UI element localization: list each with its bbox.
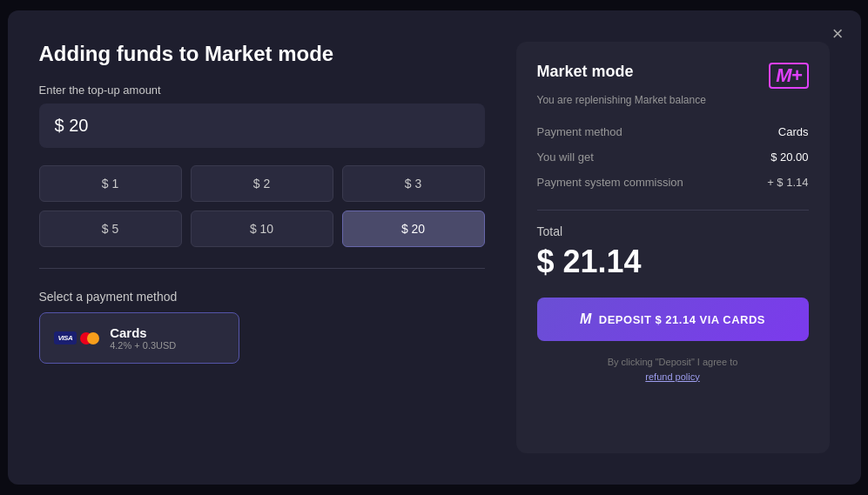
terms-line1: By clicking "Deposit" I agree to (608, 357, 738, 367)
deposit-button[interactable]: M DEPOSIT $ 21.14 VIA CARDS (537, 298, 809, 341)
modal-title: Adding funds to Market mode (39, 42, 485, 66)
preset-button-5[interactable]: $ 5 (39, 211, 182, 247)
you-will-get-label: You will get (537, 151, 594, 164)
deposit-button-icon: M (580, 311, 592, 327)
market-mode-title: Market mode (537, 63, 634, 81)
divider (39, 268, 485, 269)
refund-policy-link[interactable]: refund policy (645, 371, 699, 382)
preset-button-10[interactable]: $ 10 (191, 211, 333, 247)
commission-row: Payment system commission + $ 1.14 (537, 176, 809, 189)
amount-section-label: Enter the top-up amount (39, 84, 485, 97)
commission-label: Payment system commission (537, 176, 683, 189)
mastercard-icon (80, 332, 99, 344)
right-panel: Market mode M+ You are replenishing Mark… (516, 42, 830, 453)
payment-info: Cards 4.2% + 0.3USD (110, 325, 176, 351)
total-label: Total (537, 224, 809, 238)
modal: × Adding funds to Market mode Enter the … (8, 10, 861, 485)
preset-button-1[interactable]: $ 1 (39, 165, 182, 202)
preset-button-20[interactable]: $ 20 (342, 211, 485, 247)
payment-name: Cards (110, 325, 176, 340)
terms-text: By clicking "Deposit" I agree to refund … (537, 355, 809, 384)
market-subtitle: You are replenishing Market balance (537, 94, 809, 106)
commission-value: + $ 1.14 (767, 176, 808, 189)
preset-button-3[interactable]: $ 3 (342, 165, 485, 202)
payment-section-label: Select a payment method (39, 290, 485, 304)
amount-section: Enter the top-up amount (39, 84, 485, 148)
you-will-get-value: $ 20.00 (770, 151, 808, 164)
right-header: Market mode M+ (537, 63, 809, 89)
amount-input[interactable] (55, 116, 469, 136)
modal-overlay: × Adding funds to Market mode Enter the … (0, 0, 868, 495)
payment-fee: 4.2% + 0.3USD (110, 340, 176, 351)
payment-section: Select a payment method VISA Cards 4.2% … (39, 290, 485, 364)
mc-circle-orange (87, 332, 99, 344)
close-button[interactable]: × (832, 24, 844, 43)
left-panel: Adding funds to Market mode Enter the to… (39, 42, 485, 453)
visa-icon: VISA (54, 331, 77, 344)
preset-grid: $ 1 $ 2 $ 3 $ 5 $ 10 $ 20 (39, 165, 485, 247)
amount-input-wrapper[interactable] (39, 104, 485, 148)
preset-button-2[interactable]: $ 2 (191, 165, 333, 202)
market-logo: M+ (769, 63, 808, 89)
payment-method-row: Payment method Cards (537, 125, 809, 138)
you-will-get-row: You will get $ 20.00 (537, 151, 809, 164)
card-icons: VISA (54, 331, 100, 344)
payment-method-value: Cards (778, 125, 809, 138)
deposit-button-label: DEPOSIT $ 21.14 VIA CARDS (599, 313, 765, 326)
total-amount: $ 21.14 (537, 244, 809, 280)
payment-option-cards[interactable]: VISA Cards 4.2% + 0.3USD (39, 312, 239, 364)
payment-method-label: Payment method (537, 125, 622, 138)
total-separator (537, 210, 809, 211)
